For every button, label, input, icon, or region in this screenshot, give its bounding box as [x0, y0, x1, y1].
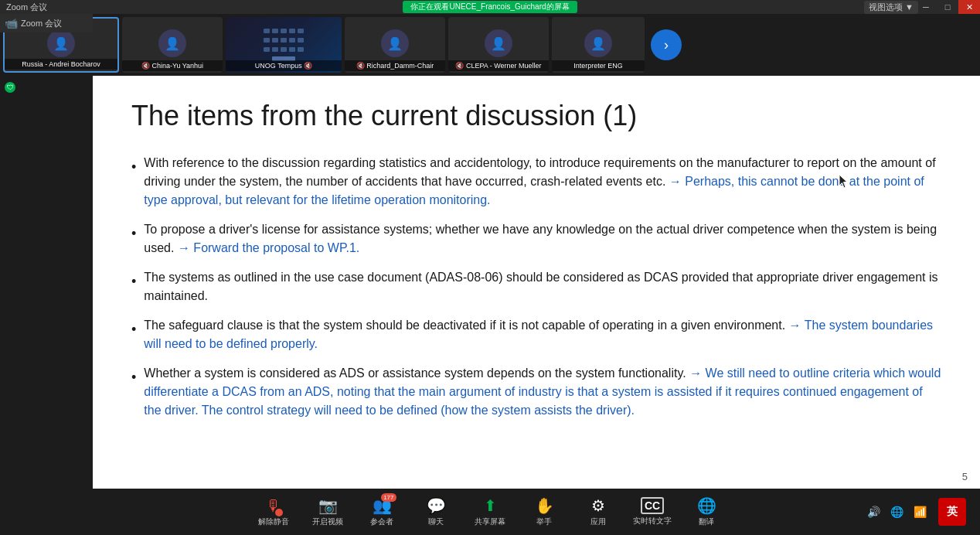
avatar: 👤 [381, 29, 409, 57]
captions-label: 实时转文字 [633, 516, 672, 526]
participant-name: 🔇 CLEPA - Werner Mueller [448, 60, 549, 71]
brand-icon[interactable]: 英 [938, 498, 966, 526]
participant-name: UNOG Tempus 🔇 [226, 60, 342, 71]
view-menu-label: 视图选项 [869, 2, 903, 13]
participant-tile-interpreter[interactable]: 👤 Interpreter ENG [552, 17, 645, 73]
bullet-dot: • [131, 157, 136, 210]
participant-name: 🔇 Richard_Damm-Chair [345, 60, 445, 71]
mic-icon: 🔇 [455, 62, 466, 70]
close-button[interactable]: ✕ [958, 0, 980, 14]
bullet-dot: • [131, 367, 136, 420]
bullet-dot: • [131, 319, 136, 353]
toolbar-video[interactable]: 📷 开启视频 [308, 496, 347, 527]
reactions-label: 举手 [536, 516, 552, 527]
bullet-text: The safeguard clause is that the system … [144, 316, 941, 353]
minimize-button[interactable]: ─ [915, 0, 937, 14]
hand-icon: ✋ [535, 496, 554, 515]
wifi-icon[interactable]: 📶 [910, 503, 929, 521]
notification-center: 你正在观看UNECE_Francois_Guichard的屏幕 [403, 1, 577, 13]
participant-tile-richard[interactable]: 👤 🔇 Richard_Damm-Chair [345, 17, 445, 73]
list-item: • To propose a driver's license for assi… [131, 220, 941, 257]
toolbar-participants[interactable]: 👥 177 参会者 [362, 496, 401, 527]
chevron-right-icon: › [664, 37, 669, 53]
toolbar-chat[interactable]: 💬 聊天 [417, 496, 455, 527]
apps-icon: ⚙ [591, 496, 605, 515]
bullet-text: The systems as outlined in the use case … [144, 268, 941, 305]
bullet-text: To propose a driver's license for assist… [144, 220, 941, 257]
bullet-dot: • [131, 223, 136, 257]
participant-name: Interpreter ENG [552, 60, 645, 71]
participant-name: 🔇 China-Yu Yanhui [122, 60, 223, 71]
toolbar-reactions[interactable]: ✋ 举手 [525, 496, 563, 527]
mic-icon: 🔇 [141, 62, 152, 70]
list-item: • Whether a system is considered as ADS … [131, 364, 941, 420]
apps-label: 应用 [590, 516, 606, 527]
slide-area: The items from the current discussion (1… [93, 76, 980, 489]
chat-icon: 💬 [427, 496, 446, 515]
left-sidebar [0, 76, 93, 489]
chevron-down-icon: ▼ [905, 2, 914, 12]
bullet-text: Whether a system is considered as ADS or… [144, 364, 941, 420]
participants-icon: 👥 177 [373, 496, 392, 515]
toolbar-apps[interactable]: ⚙ 应用 [579, 496, 618, 527]
participants-label: 参会者 [370, 516, 393, 527]
shield-icon: 🛡 [7, 83, 14, 91]
next-participant-button[interactable]: › [651, 29, 682, 60]
taskbar-right: 🔊 🌐 📶 英 [864, 489, 974, 535]
bullet-text: With reference to the discussion regardi… [144, 154, 941, 210]
participant-name: Russia - Andrei Bocharov [5, 59, 117, 70]
list-item: • The safeguard clause is that the syste… [131, 316, 941, 353]
toolbar-translate[interactable]: 🌐 翻译 [687, 496, 726, 527]
bullet-dot: • [131, 271, 136, 305]
list-item: • With reference to the discussion regar… [131, 154, 941, 210]
translate-icon: 🌐 [697, 496, 716, 515]
participants-badge: 177 [381, 493, 396, 502]
network-icon[interactable]: 🌐 [887, 503, 906, 521]
mic-icon: 🎙 [266, 497, 281, 515]
camera-icon: 📷 [318, 496, 338, 515]
chat-label: 聊天 [428, 516, 444, 527]
bullet-list: • With reference to the discussion regar… [131, 154, 941, 420]
zoom-app-label: Zoom 会议 [6, 2, 47, 13]
participant-tile-china[interactable]: 👤 🔇 China-Yu Yanhui [122, 17, 223, 73]
share-label: 共享屏幕 [475, 516, 505, 527]
status-indicator: 🛡 [5, 82, 15, 93]
toolbar-share[interactable]: ⬆ 共享屏幕 [471, 496, 509, 527]
bottom-toolbar: 🎙 解除静音 📷 开启视频 👥 177 参会者 💬 聊天 ⬆ 共享屏幕 ✋ 举手… [0, 489, 980, 535]
avatar: 👤 [485, 29, 512, 57]
toolbar-mute[interactable]: 🎙 解除静音 [254, 497, 293, 527]
maximize-button[interactable]: □ [937, 0, 958, 14]
toolbar-captions[interactable]: CC 实时转文字 [633, 497, 672, 526]
list-item: • The systems as outlined in the use cas… [131, 268, 941, 305]
captions-icon: CC [641, 497, 664, 514]
share-icon: ⬆ [484, 496, 497, 515]
mute-label: 解除静音 [258, 516, 289, 527]
zoom-logo-area: 📹 Zoom 会议 [0, 14, 93, 32]
bullet-plain: The systems as outlined in the use case … [144, 271, 937, 302]
bullet-plain: The safeguard clause is that the system … [144, 319, 785, 332]
sound-icon[interactable]: 🔊 [864, 503, 883, 521]
notification-text: 你正在观看UNECE_Francois_Guichard的屏幕 [403, 1, 577, 13]
participants-bar: 👤 Russia - Andrei Bocharov 👤 🔇 China-Yu … [0, 14, 980, 76]
avatar: 👤 [47, 29, 75, 57]
participant-tile-screen[interactable]: UNOG Tempus 🔇 [226, 17, 342, 73]
zoom-label: Zoom 会议 [21, 18, 62, 29]
title-bar: Zoom 会议 你正在观看UNECE_Francois_Guichard的屏幕 … [0, 0, 980, 14]
avatar: 👤 [158, 29, 186, 57]
participant-tile-clepa[interactable]: 👤 🔇 CLEPA - Werner Mueller [448, 17, 549, 73]
main-content: The items from the current discussion (1… [93, 76, 980, 489]
zoom-icon: 📹 [5, 17, 18, 29]
translate-label: 翻译 [699, 516, 714, 527]
avatar: 👤 [584, 29, 612, 57]
slide-number: 5 [962, 471, 968, 482]
mic-icon: 🔇 [356, 62, 367, 70]
bullet-plain: Whether a system is considered as ADS or… [144, 366, 686, 380]
video-label: 开启视频 [312, 516, 343, 527]
view-menu[interactable]: 视图选项 ▼ [864, 1, 918, 14]
screen-preview [264, 29, 304, 61]
slide-title: The items from the current discussion (1… [131, 99, 941, 132]
bullet-link: → Forward the proposal to WP.1. [178, 241, 359, 254]
window-controls: ─ □ ✕ [915, 0, 980, 14]
